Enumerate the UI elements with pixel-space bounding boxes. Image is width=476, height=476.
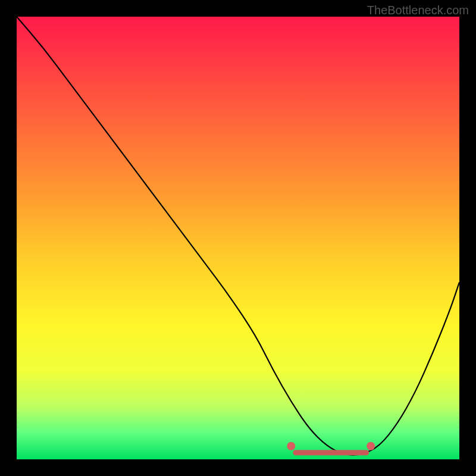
chart-svg bbox=[17, 17, 459, 459]
trough-marker-left bbox=[287, 442, 295, 450]
chart-plot-area bbox=[17, 17, 459, 459]
trough-marker-right bbox=[367, 442, 375, 450]
watermark-text: TheBottleneck.com bbox=[367, 4, 469, 17]
bottleneck-curve-line bbox=[17, 17, 459, 455]
